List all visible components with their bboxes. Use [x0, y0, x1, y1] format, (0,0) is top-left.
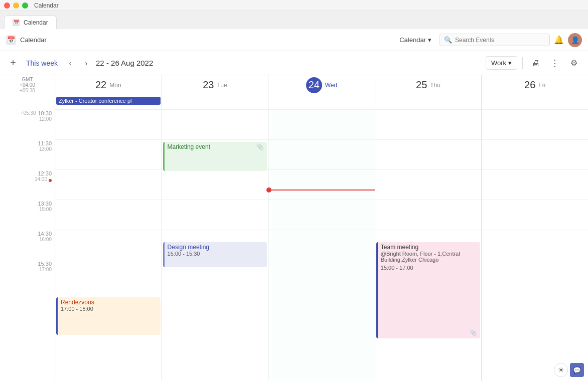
- day-col-fri: [482, 109, 588, 381]
- event-team[interactable]: Team meeting @Bright Room, Floor - 1,Cen…: [376, 242, 481, 338]
- time-label-1600: 14:30 16:00: [0, 230, 55, 260]
- work-label: Work: [491, 59, 506, 67]
- day-header-fri: 26 Fri: [482, 75, 588, 95]
- prev-week-button[interactable]: ‹: [64, 57, 77, 70]
- event-team-detail: @Bright Room, Floor - 1,Central Building…: [381, 251, 478, 263]
- time-label-1200: +05:30 10:30 12:00: [0, 109, 55, 139]
- day-col-tue: Marketing event📎 Design meeting 15:00 - …: [162, 109, 269, 381]
- event-rendezvous-time: 17:00 - 18:00: [61, 306, 158, 312]
- day-num-25: 25: [416, 79, 427, 91]
- window-title: Calendar: [34, 2, 59, 9]
- time-grid[interactable]: +05:30 10:30 12:00 11:30 13:00 12:30 14:: [0, 109, 588, 381]
- attachment-icon-team: 📎: [470, 329, 477, 336]
- time-label-1500: 13:30 15:00: [0, 200, 55, 230]
- tab-label: Calendar: [24, 19, 48, 26]
- tab-bar: 📅 Calendar: [0, 11, 588, 29]
- day-headers: GMT +04:00 +05:30 22 Mon 23 Tue 24 Wed 2…: [0, 75, 588, 95]
- minimize-dot[interactable]: [13, 3, 19, 9]
- search-input[interactable]: [455, 37, 520, 44]
- search-icon: 🔍: [444, 36, 452, 44]
- time-label-1400: 12:30 14:00: [0, 169, 55, 200]
- window-chrome: Calendar: [0, 0, 588, 11]
- gmt-offset1: +04:00: [20, 82, 35, 88]
- app-icon: 📅: [6, 35, 16, 45]
- day-col-wed: [268, 109, 375, 381]
- settings-button[interactable]: ⚙: [566, 55, 582, 71]
- day-name-wed: Wed: [325, 82, 337, 89]
- allday-label: [0, 95, 55, 109]
- tab-favicon: 📅: [13, 19, 20, 26]
- event-rendezvous[interactable]: Rendezvous 17:00 - 18:00: [56, 297, 161, 335]
- chat-button[interactable]: 💬: [570, 363, 584, 377]
- separator: [522, 57, 523, 69]
- allday-cell-tue: [162, 95, 269, 109]
- allday-cell-thu: [375, 95, 482, 109]
- search-bar[interactable]: 🔍: [439, 34, 550, 46]
- topbar: 📅 Calendar Calendar ▾ 🔍 🔔 👤: [0, 29, 588, 51]
- day-name-fri: Fri: [538, 82, 545, 89]
- close-dot[interactable]: [4, 3, 10, 9]
- time-sub-1: +05:30: [21, 110, 36, 116]
- day-col-thu: Team meeting @Bright Room, Floor - 1,Cen…: [375, 109, 482, 381]
- bottom-controls: ☀ 💬: [554, 363, 584, 377]
- day-name-thu: Thu: [430, 82, 440, 89]
- avatar: 👤: [568, 33, 582, 47]
- brightness-button[interactable]: ☀: [554, 363, 568, 377]
- tab-calendar[interactable]: 📅 Calendar: [4, 16, 57, 29]
- time-label-1300: 11:30 13:00: [0, 139, 55, 169]
- day-num-24: 24: [306, 77, 322, 93]
- allday-row: Zylker - Creator conference pl: [0, 95, 588, 109]
- allday-event-zylker[interactable]: Zylker - Creator conference pl: [56, 97, 161, 105]
- event-marketing[interactable]: Marketing event📎: [163, 142, 267, 171]
- current-time-line: [268, 189, 375, 190]
- day-header-thu: 25 Thu: [375, 75, 482, 95]
- calendar-label: Calendar: [399, 36, 426, 44]
- event-rendezvous-title: Rendezvous: [61, 299, 158, 306]
- maximize-dot[interactable]: [22, 3, 28, 9]
- gmt-offset2: +05:30: [20, 88, 35, 93]
- event-team-title: Team meeting: [381, 244, 478, 251]
- navbar: + This week ‹ › 22 - 26 Aug 2022 Work ▾ …: [0, 51, 588, 75]
- day-header-tue: 23 Tue: [162, 75, 269, 95]
- allday-cell-fri: [482, 95, 588, 109]
- calendar-chevron-icon: ▾: [428, 36, 431, 44]
- event-marketing-title: Marketing event📎: [168, 143, 264, 150]
- event-design-title: Design meeting: [168, 244, 264, 251]
- current-time-dot: [49, 179, 52, 182]
- day-columns: Rendezvous 17:00 - 18:00 Marketing event…: [55, 109, 588, 381]
- calendar: GMT +04:00 +05:30 22 Mon 23 Tue 24 Wed 2…: [0, 75, 588, 381]
- event-design[interactable]: Design meeting 15:00 - 15:30: [163, 242, 267, 267]
- time-label-1700: 15:30 17:00: [0, 260, 55, 290]
- day-name-mon: Mon: [109, 82, 121, 89]
- add-event-button[interactable]: +: [6, 56, 20, 70]
- app-title: Calendar: [20, 36, 47, 44]
- day-name-tue: Tue: [217, 82, 227, 89]
- allday-cell-mon: Zylker - Creator conference pl: [55, 95, 162, 109]
- this-week-button[interactable]: This week: [23, 57, 61, 69]
- day-header-wed: 24 Wed: [268, 75, 375, 95]
- allday-cell-wed: [268, 95, 375, 109]
- day-num-23: 23: [203, 79, 214, 91]
- work-chevron-icon: ▾: [508, 59, 512, 67]
- event-design-time: 15:00 - 15:30: [168, 251, 264, 257]
- day-col-mon: Rendezvous 17:00 - 18:00: [55, 109, 162, 381]
- next-week-button[interactable]: ›: [80, 57, 93, 70]
- gmt-label: GMT: [22, 77, 33, 82]
- event-team-time: 15:00 - 17:00: [381, 265, 478, 271]
- day-header-mon: 22 Mon: [55, 75, 162, 95]
- day-num-22: 22: [95, 79, 106, 91]
- day-num-26: 26: [524, 79, 535, 91]
- gmt-header: GMT +04:00 +05:30: [0, 75, 55, 95]
- date-range: 22 - 26 Aug 2022: [96, 59, 153, 67]
- print-button[interactable]: 🖨: [528, 55, 544, 71]
- more-options-button[interactable]: ⋮: [547, 55, 563, 71]
- bell-icon[interactable]: 🔔: [554, 35, 564, 45]
- work-dropdown[interactable]: Work ▾: [486, 56, 517, 70]
- attachment-icon: 📎: [256, 143, 264, 150]
- time-labels: +05:30 10:30 12:00 11:30 13:00 12:30 14:: [0, 109, 55, 381]
- calendar-dropdown[interactable]: Calendar ▾: [395, 34, 435, 46]
